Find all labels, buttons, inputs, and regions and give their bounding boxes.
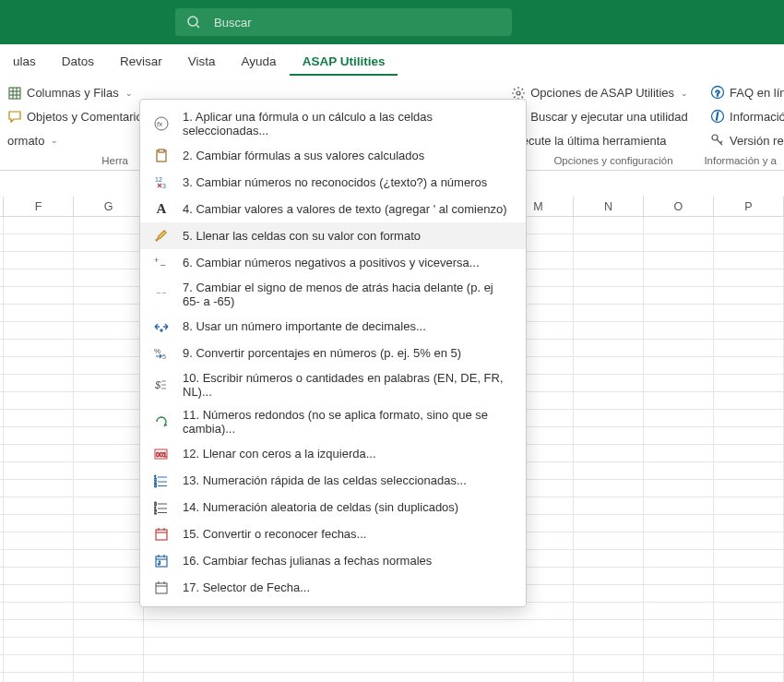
cell[interactable] bbox=[574, 217, 644, 233]
cell[interactable] bbox=[574, 427, 644, 444]
cell[interactable] bbox=[4, 427, 74, 444]
cell[interactable] bbox=[644, 550, 714, 567]
cell[interactable] bbox=[74, 585, 144, 602]
cell[interactable] bbox=[714, 585, 784, 602]
cell[interactable] bbox=[714, 427, 784, 444]
menu-signo-menos-atras[interactable]: ⁻⁻7. Cambiar el signo de menos de atrás … bbox=[140, 276, 526, 313]
menu-decimales[interactable]: 8. Usar un número importante de decimale… bbox=[140, 313, 526, 340]
cell[interactable] bbox=[714, 375, 784, 391]
tab-revisar[interactable]: Revisar bbox=[107, 49, 175, 76]
cell[interactable] bbox=[574, 620, 644, 637]
cell[interactable] bbox=[644, 532, 714, 549]
cell[interactable] bbox=[574, 340, 644, 356]
menu-convertir-porcentajes[interactable]: %59. Convertir porcentajes en números (p… bbox=[140, 340, 526, 366]
cell[interactable] bbox=[74, 392, 144, 409]
cell[interactable] bbox=[74, 638, 144, 654]
cell[interactable] bbox=[644, 410, 714, 426]
cell[interactable] bbox=[714, 462, 784, 479]
cell[interactable] bbox=[574, 287, 644, 304]
cell[interactable] bbox=[714, 287, 784, 304]
menu-cambiar-valores-texto[interactable]: A4. Cambiar valores a valores de texto (… bbox=[140, 196, 526, 222]
cell[interactable] bbox=[714, 269, 784, 286]
cell[interactable] bbox=[714, 340, 784, 356]
cell[interactable] bbox=[644, 340, 714, 356]
cell[interactable] bbox=[74, 427, 144, 444]
cell[interactable] bbox=[4, 287, 74, 304]
cell[interactable] bbox=[714, 357, 784, 374]
cell[interactable] bbox=[74, 620, 144, 637]
cell[interactable] bbox=[4, 462, 74, 479]
cell[interactable] bbox=[574, 568, 644, 584]
cell[interactable] bbox=[574, 673, 644, 682]
cell[interactable] bbox=[644, 673, 714, 682]
cell[interactable] bbox=[574, 603, 644, 619]
cell[interactable] bbox=[4, 252, 74, 269]
opciones-asap-button[interactable]: Opciones de ASAP Utilities⌄ bbox=[504, 82, 695, 104]
cell[interactable] bbox=[74, 515, 144, 532]
cell[interactable] bbox=[574, 655, 644, 672]
cell[interactable] bbox=[4, 375, 74, 391]
cell[interactable] bbox=[4, 357, 74, 374]
cell[interactable] bbox=[144, 620, 504, 637]
cell[interactable] bbox=[74, 673, 144, 682]
cell[interactable] bbox=[504, 620, 574, 637]
cell[interactable] bbox=[574, 515, 644, 532]
cell[interactable] bbox=[4, 392, 74, 409]
cell[interactable] bbox=[644, 305, 714, 321]
cell[interactable] bbox=[4, 340, 74, 356]
cell[interactable] bbox=[644, 252, 714, 269]
cell[interactable] bbox=[644, 568, 714, 584]
cell[interactable] bbox=[4, 603, 74, 619]
cell[interactable] bbox=[714, 550, 784, 567]
cell[interactable] bbox=[574, 305, 644, 321]
cell[interactable] bbox=[714, 603, 784, 619]
cell[interactable] bbox=[644, 375, 714, 391]
menu-numeracion-aleatoria[interactable]: 31214. Numeración aleatoria de celdas (s… bbox=[140, 494, 526, 520]
cell[interactable] bbox=[714, 532, 784, 549]
cell[interactable] bbox=[74, 410, 144, 426]
cell[interactable] bbox=[714, 480, 784, 497]
cell[interactable] bbox=[574, 234, 644, 251]
grid-row[interactable] bbox=[0, 620, 784, 638]
tab-ayuda[interactable]: Ayuda bbox=[229, 49, 290, 76]
cell[interactable] bbox=[74, 269, 144, 286]
cell[interactable] bbox=[504, 638, 574, 654]
col-head-p[interactable]: P bbox=[714, 197, 784, 216]
menu-negativos-positivos[interactable]: +−6. Cambiar números negativos a positiv… bbox=[140, 249, 526, 276]
cell[interactable] bbox=[644, 234, 714, 251]
cell[interactable] bbox=[74, 234, 144, 251]
cell[interactable] bbox=[644, 462, 714, 479]
cell[interactable] bbox=[574, 410, 644, 426]
cell[interactable] bbox=[644, 427, 714, 444]
tab-vista[interactable]: Vista bbox=[175, 49, 229, 76]
cell[interactable] bbox=[714, 673, 784, 682]
cell[interactable] bbox=[4, 532, 74, 549]
cell[interactable] bbox=[714, 305, 784, 321]
cell[interactable] bbox=[74, 252, 144, 269]
cell[interactable] bbox=[644, 269, 714, 286]
cell[interactable] bbox=[644, 638, 714, 654]
grid-row[interactable] bbox=[0, 655, 784, 673]
cell[interactable] bbox=[74, 445, 144, 461]
cell[interactable] bbox=[74, 655, 144, 672]
col-head-f[interactable]: F bbox=[4, 197, 74, 216]
cell[interactable] bbox=[644, 497, 714, 514]
cell[interactable] bbox=[644, 515, 714, 532]
cell[interactable] bbox=[644, 445, 714, 461]
cell[interactable] bbox=[74, 305, 144, 321]
cell[interactable] bbox=[644, 322, 714, 339]
cell[interactable] bbox=[574, 497, 644, 514]
menu-aplicar-formula[interactable]: fx1. Aplicar una fórmula o un cálculo a … bbox=[140, 105, 526, 142]
menu-selector-fecha[interactable]: 17. Selector de Fecha... bbox=[140, 574, 526, 601]
cell[interactable] bbox=[714, 445, 784, 461]
cell[interactable] bbox=[144, 673, 504, 682]
cell[interactable] bbox=[574, 375, 644, 391]
cell[interactable] bbox=[714, 568, 784, 584]
cell[interactable] bbox=[74, 497, 144, 514]
cell[interactable] bbox=[4, 568, 74, 584]
menu-numeros-redondos[interactable]: 11. Números redondos (no se aplica forma… bbox=[140, 403, 526, 440]
cell[interactable] bbox=[4, 480, 74, 497]
tab-asap-utilities[interactable]: ASAP Utilities bbox=[290, 49, 398, 76]
cell[interactable] bbox=[504, 673, 574, 682]
cell[interactable] bbox=[4, 655, 74, 672]
